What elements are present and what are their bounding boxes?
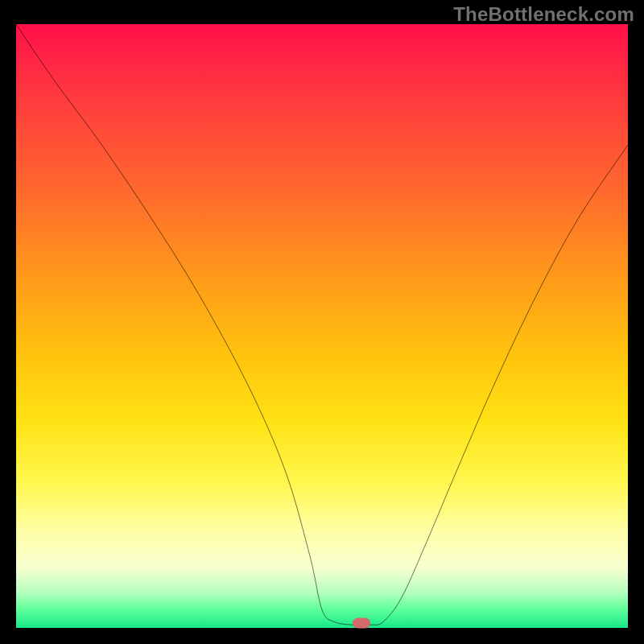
watermark-text: TheBottleneck.com bbox=[453, 3, 634, 26]
bottleneck-curve bbox=[16, 24, 628, 628]
optimal-marker bbox=[353, 618, 370, 629]
plot-area bbox=[16, 24, 628, 628]
chart-frame: TheBottleneck.com bbox=[0, 0, 644, 644]
curve-path bbox=[16, 24, 628, 625]
